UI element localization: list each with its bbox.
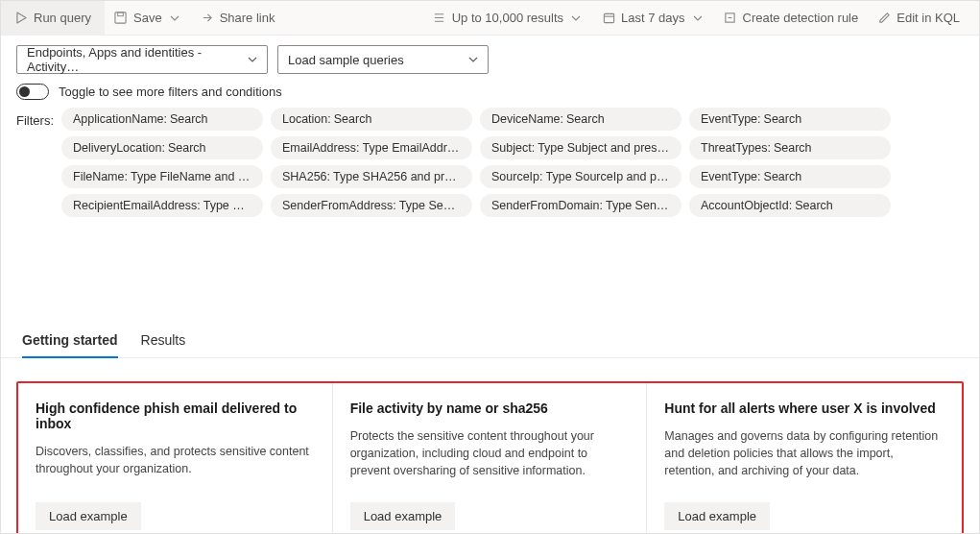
save-label: Save (133, 11, 162, 25)
filter-name: EventType: (701, 170, 761, 183)
tab-getting-started[interactable]: Getting started (22, 323, 118, 357)
filter-value: Search (334, 112, 372, 126)
filter-value: Type Rec… (203, 199, 251, 212)
sample-queries-select[interactable]: Load sample queries (277, 45, 489, 74)
filter-name: DeviceName: (491, 112, 563, 126)
filter-pill-location[interactable]: Location:Search (271, 108, 472, 131)
filter-value: Search (774, 141, 812, 155)
filter-value: Type SHA256 and pres… (333, 170, 461, 183)
filter-name: Location: (282, 112, 331, 126)
filter-name: DeliveryLocation: (73, 141, 165, 155)
filter-name: EventType: (701, 112, 761, 126)
toolbar-left-group: Run query Save Share link (1, 1, 284, 36)
tab-results[interactable]: Results (141, 323, 186, 357)
filter-value: Search (764, 112, 802, 126)
card-title: File activity by name or sha256 (350, 400, 630, 416)
play-icon (14, 12, 28, 25)
chevron-down-icon (691, 12, 705, 25)
results-limit-button[interactable]: Up to 10,000 results (423, 1, 592, 36)
filter-pill-senderfromaddress[interactable]: SenderFromAddress:Type Send… (271, 194, 472, 217)
toggle-row: Toggle to see more filters and condition… (1, 80, 979, 108)
filter-value: Search (764, 170, 802, 183)
filter-pill-eventtype[interactable]: EventType:Search (689, 165, 891, 188)
example-card: High confidence phish email delivered to… (18, 383, 333, 534)
alert-icon (724, 12, 737, 25)
filter-value: Type EmailAddres… (363, 141, 461, 155)
card-description: Discovers, classifies, and protects sens… (36, 443, 315, 479)
example-card: Hunt for all alerts where user X is invo… (647, 383, 962, 534)
edit-in-kql-button[interactable]: Edit in KQL (868, 1, 969, 36)
time-range-label: Last 7 days (621, 11, 685, 25)
getting-started-cards: High confidence phish email delivered to… (16, 381, 964, 534)
filter-pill-applicationname[interactable]: ApplicationName:Search (61, 108, 263, 131)
filter-pill-eventtype[interactable]: EventType:Search (689, 108, 891, 131)
filters-block: Filters: ApplicationName:SearchLocation:… (1, 108, 979, 227)
run-query-label: Run query (34, 11, 91, 25)
share-icon (201, 12, 214, 25)
toolbar-right-group: Up to 10,000 results Last 7 days Create … (423, 1, 979, 36)
filter-name: SenderFromDomain: (491, 199, 603, 212)
share-link-button[interactable]: Share link (191, 1, 285, 36)
filter-pill-sourceip[interactable]: SourceIp:Type SourceIp and pre… (480, 165, 681, 188)
filter-name: FileName: (73, 170, 128, 183)
load-example-button[interactable]: Load example (36, 502, 141, 530)
filter-name: Subject: (491, 141, 535, 155)
scope-select[interactable]: Endpoints, Apps and identities - Activit… (16, 45, 268, 74)
filter-value: Search (170, 112, 208, 126)
filter-name: EmailAddress: (282, 141, 360, 155)
svg-rect-2 (604, 13, 613, 22)
filter-name: SourceIp: (491, 170, 543, 183)
filter-value: Search (168, 141, 206, 155)
filter-value: Type Subject and press … (538, 141, 670, 155)
time-range-button[interactable]: Last 7 days (592, 1, 714, 36)
filter-pill-emailaddress[interactable]: EmailAddress:Type EmailAddres… (271, 136, 472, 159)
chevron-down-icon (468, 55, 478, 64)
results-limit-label: Up to 10,000 results (452, 11, 563, 25)
load-example-button[interactable]: Load example (664, 502, 770, 530)
filter-pill-recipientemailaddress[interactable]: RecipientEmailAddress:Type Rec… (61, 194, 263, 217)
create-detection-rule-button[interactable]: Create detection rule (714, 1, 869, 36)
filter-value: Type SourceIp and pre… (546, 170, 670, 183)
filter-pill-filename[interactable]: FileName:Type FileName and pr… (61, 165, 263, 188)
save-icon (114, 12, 128, 25)
card-description: Manages and governs data by configuring … (664, 427, 944, 479)
selectors-row: Endpoints, Apps and identities - Activit… (1, 36, 979, 80)
card-title: High confidence phish email delivered to… (36, 400, 315, 431)
top-toolbar: Run query Save Share link Up to 10,000 r… (1, 1, 979, 36)
filter-pill-accountobjectid[interactable]: AccountObjectId:Search (689, 194, 891, 217)
filter-name: SHA256: (282, 170, 330, 183)
tab-results-label: Results (141, 332, 186, 348)
filter-pill-deliverylocation[interactable]: DeliveryLocation:Search (61, 136, 263, 159)
save-button[interactable]: Save (105, 1, 191, 36)
filter-value: Type FileName and pr… (131, 170, 251, 183)
filter-pill-devicename[interactable]: DeviceName:Search (480, 108, 681, 131)
chevron-down-icon (168, 12, 181, 25)
card-description: Protects the sensitive content throughou… (350, 427, 630, 479)
sample-value: Load sample queries (288, 53, 404, 67)
tab-getting-started-label: Getting started (22, 332, 118, 348)
filter-pill-sha256[interactable]: SHA256:Type SHA256 and pres… (271, 165, 472, 188)
filter-value: Search (566, 112, 605, 126)
load-example-button[interactable]: Load example (350, 502, 456, 530)
share-label: Share link (220, 11, 275, 25)
scope-value: Endpoints, Apps and identities - Activit… (27, 45, 240, 74)
example-card: File activity by name or sha256Protects … (333, 383, 648, 534)
filter-pill-senderfromdomain[interactable]: SenderFromDomain:Type Sende… (480, 194, 681, 217)
toggle-text: Toggle to see more filters and condition… (59, 85, 282, 99)
chevron-down-icon (569, 12, 583, 25)
run-query-button[interactable]: Run query (1, 1, 105, 36)
more-filters-toggle[interactable] (16, 84, 49, 100)
calendar-icon (602, 12, 615, 25)
chevron-down-icon (248, 55, 257, 64)
create-rule-label: Create detection rule (743, 11, 859, 25)
filter-pill-threattypes[interactable]: ThreatTypes:Search (689, 136, 891, 159)
filter-value: Type Sende… (606, 199, 670, 212)
filter-name: ApplicationName: (73, 112, 167, 126)
filter-name: SenderFromAddress: (282, 199, 396, 212)
svg-rect-0 (115, 12, 126, 23)
card-title: Hunt for all alerts where user X is invo… (664, 400, 944, 416)
filter-name: ThreatTypes: (701, 141, 771, 155)
filter-pill-subject[interactable]: Subject:Type Subject and press … (480, 136, 681, 159)
list-icon (433, 12, 446, 25)
filter-value: Type Send… (399, 199, 461, 212)
